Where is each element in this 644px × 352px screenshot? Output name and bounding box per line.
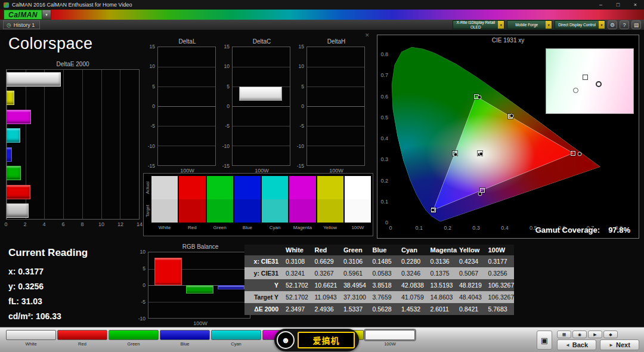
minimize-button[interactable]: – bbox=[592, 0, 609, 10]
pattern-window-button[interactable]: ▣ bbox=[537, 331, 552, 350]
pattern-button-red[interactable]: Red bbox=[57, 330, 107, 350]
table-cell: 52.1702 bbox=[283, 291, 312, 303]
target-swatch bbox=[262, 199, 288, 223]
maximize-button[interactable]: □ bbox=[609, 0, 627, 10]
table-cell: 48.8219 bbox=[456, 279, 485, 291]
gridline bbox=[63, 70, 64, 219]
delta-chart-title: DeltaH bbox=[306, 38, 366, 45]
display-dropdown-arrow-icon[interactable]: ▾ bbox=[599, 21, 605, 29]
mini-marker-button[interactable]: ◆ bbox=[603, 331, 618, 338]
mini-grid-button[interactable]: ▦ bbox=[557, 331, 571, 338]
axis-tick-label: 0 bbox=[134, 282, 145, 288]
gridline bbox=[233, 67, 290, 67]
delta-chart-wrap: 151050-5-10-15 bbox=[218, 47, 292, 166]
reading-x: x: 0.3177 bbox=[8, 264, 88, 279]
axis-tick-label: 0 bbox=[143, 103, 155, 109]
column-header-cyan: Cyan bbox=[398, 245, 428, 255]
axis-tick-label: 6 bbox=[61, 221, 64, 227]
cie-title: CIE 1931 xy bbox=[377, 37, 639, 44]
gridline bbox=[44, 70, 45, 219]
swatch-label: White bbox=[151, 223, 178, 233]
table-cell: 2.6011 bbox=[428, 303, 457, 315]
table-cell: 0.3241 bbox=[283, 267, 312, 279]
pattern-label: 100W bbox=[365, 341, 415, 347]
axis-tick-label: 5 bbox=[292, 84, 304, 89]
table-cell: 0.2280 bbox=[398, 255, 428, 267]
next-button[interactable]: ► Next bbox=[600, 339, 639, 350]
whitepoint-zoom-inset bbox=[546, 48, 634, 114]
pattern-button-white[interactable]: White bbox=[6, 330, 56, 350]
column-header-white: White bbox=[283, 245, 312, 255]
close-button[interactable]: × bbox=[627, 0, 644, 10]
axis-tick-label: 12 bbox=[117, 221, 123, 227]
page-title: Colorspace bbox=[8, 35, 93, 53]
minimize-icon: – bbox=[599, 2, 602, 8]
swatch-column-red: Red bbox=[179, 176, 205, 236]
axis-tick-label: 0.3 bbox=[380, 156, 388, 162]
axis-tick-label: 0 bbox=[218, 103, 230, 109]
gridline bbox=[158, 67, 215, 67]
mini-play-button[interactable]: ▶ bbox=[588, 331, 602, 338]
display-dropdown[interactable]: Direct Display Control ▾ bbox=[555, 20, 605, 29]
actual-swatch bbox=[317, 176, 343, 199]
source-dropdown-arrow-icon[interactable]: ▾ bbox=[546, 21, 552, 29]
row-label: Y bbox=[244, 279, 283, 291]
pattern-button-100w[interactable]: 100W bbox=[365, 330, 415, 350]
delta-chart-title: DeltaC bbox=[232, 38, 292, 45]
main-workspace: Colorspace DeltaE 2000 02468101214 ✕ Act… bbox=[0, 30, 644, 327]
delta-chart-wrap: 151050-5-10-15 bbox=[143, 47, 217, 166]
actual-swatch bbox=[207, 176, 233, 199]
source-dropdown[interactable]: Mobile Forge ▾ bbox=[507, 20, 552, 29]
panel-icon: ▤ bbox=[634, 22, 639, 28]
axis-tick-label: 2 bbox=[23, 221, 26, 227]
history-icon: ◷ bbox=[7, 22, 11, 28]
meter-dropdown[interactable]: X-Rite i1Display RetailOLED ▾ bbox=[453, 20, 504, 29]
gridline bbox=[158, 106, 215, 107]
panel-close-icon[interactable]: ✕ bbox=[365, 32, 370, 38]
logo-menu-button[interactable]: ▾ bbox=[42, 10, 51, 19]
mini-target-button[interactable]: ◉ bbox=[572, 331, 587, 338]
table-cell: 0.5628 bbox=[370, 303, 399, 315]
calman-logo[interactable]: CalMAN ▾ bbox=[4, 10, 51, 20]
pattern-button-cyan[interactable]: Cyan bbox=[211, 330, 261, 350]
delta-chart-xlabel: 100W bbox=[232, 168, 292, 174]
swatch-label: 100W bbox=[345, 223, 371, 233]
table-row: x: CIE310.31080.66290.31060.14850.22800.… bbox=[244, 255, 514, 267]
gridline bbox=[82, 70, 83, 219]
window-controls: – □ × bbox=[592, 0, 644, 10]
axis-tick-label: 15 bbox=[143, 44, 155, 50]
table-row: y: CIE310.32410.32670.59610.05830.32460.… bbox=[244, 267, 514, 279]
table-cell: 106.3267 bbox=[485, 291, 515, 303]
meter-dropdown-arrow-icon[interactable]: ▾ bbox=[498, 21, 504, 29]
rgb-xlabel: 100W bbox=[148, 320, 253, 326]
rgb-balance-chart: RGB Balance 1050-5-10 100W bbox=[134, 243, 253, 326]
table-cell: 0.3256 bbox=[485, 267, 515, 279]
calman-logo-text: CalMAN bbox=[4, 10, 42, 19]
pattern-button-blue[interactable]: Blue bbox=[160, 330, 210, 350]
deltae-bar-white bbox=[7, 203, 29, 218]
settings-button[interactable]: ⚙ bbox=[608, 20, 617, 29]
table-row: ΔE 20002.34972.49361.53370.56281.45322.6… bbox=[244, 303, 514, 315]
chevron-down-icon: ▾ bbox=[45, 13, 48, 17]
swatch-column-white: White bbox=[151, 176, 178, 236]
axis-tick-label: 10 bbox=[292, 63, 304, 69]
pattern-button-green[interactable]: Green bbox=[109, 330, 159, 350]
table-cell: 10.6621 bbox=[312, 279, 341, 291]
axis-tick-label: 10 bbox=[143, 63, 155, 69]
table-cell: 0.3108 bbox=[283, 255, 312, 267]
swatch-label: Blue bbox=[234, 223, 261, 233]
gridline bbox=[158, 126, 215, 126]
delta-chart-deltal: DeltaL151050-5-10-15100W bbox=[143, 38, 217, 174]
row-label: y: CIE31 bbox=[244, 267, 283, 279]
window-title: CalMAN 2016 CalMAN Enthusiast for Home V… bbox=[12, 2, 132, 8]
swatch-columns: WhiteRedGreenBlueCyanMagentaYellow100W bbox=[151, 174, 373, 236]
axis-tick-label: 10 bbox=[134, 249, 145, 255]
help-button[interactable]: ? bbox=[620, 20, 629, 29]
column-header-yellow: Yellow bbox=[456, 245, 485, 255]
tab-history-1[interactable]: ◷ History 1 bbox=[3, 20, 40, 29]
back-button[interactable]: ◄ Back bbox=[557, 339, 596, 350]
delta-chart-deltah: DeltaH151050-5-10-15100W bbox=[292, 38, 366, 174]
back-button-label: Back bbox=[572, 341, 588, 348]
panel-toggle-button[interactable]: ▤ bbox=[631, 20, 641, 29]
pattern-swatch bbox=[109, 330, 159, 340]
